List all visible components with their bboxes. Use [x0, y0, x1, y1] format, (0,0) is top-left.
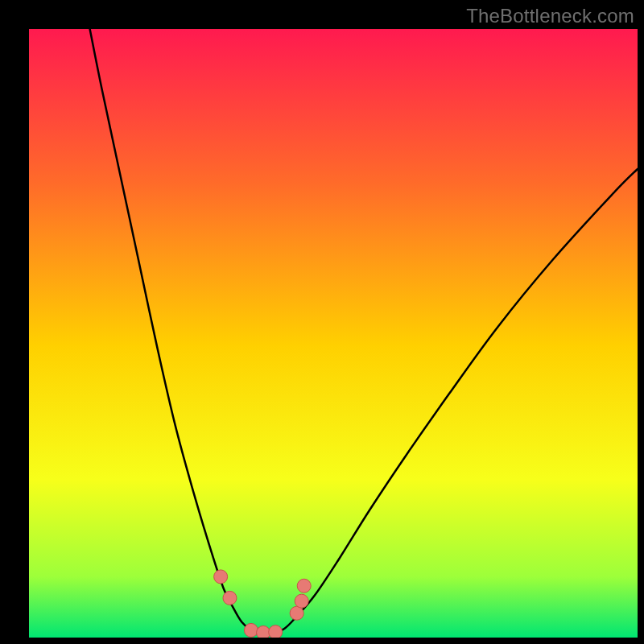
- gradient-background: [29, 29, 638, 638]
- curve-marker: [244, 623, 258, 637]
- watermark-label: TheBottleneck.com: [466, 5, 634, 27]
- curve-marker: [295, 594, 308, 608]
- curve-marker: [223, 591, 237, 605]
- plot-area: [29, 29, 638, 638]
- curve-marker: [257, 625, 270, 638]
- plot-svg: [29, 29, 638, 638]
- curve-marker: [269, 625, 283, 638]
- curve-marker: [214, 570, 228, 584]
- chart-frame: TheBottleneck.com: [0, 0, 644, 644]
- curve-marker: [297, 579, 311, 592]
- curve-marker: [290, 606, 303, 620]
